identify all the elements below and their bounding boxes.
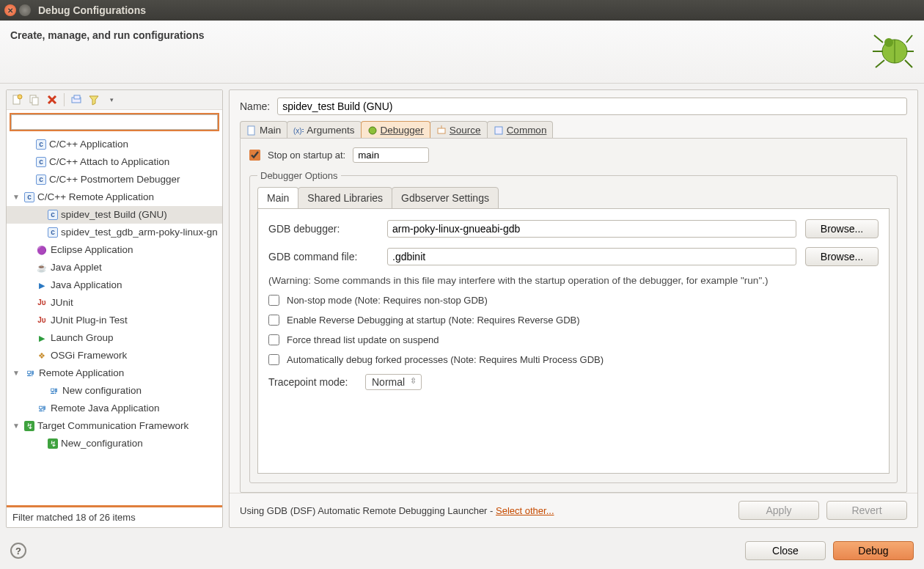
configurations-tree-panel: ▾ cC/C++ ApplicationcC/C++ Attach to App… bbox=[6, 89, 223, 528]
force-thread-checkbox[interactable] bbox=[268, 334, 279, 345]
args-icon: (x)= bbox=[293, 125, 304, 136]
dialog-content: ▾ cC/C++ ApplicationcC/C++ Attach to App… bbox=[0, 84, 924, 534]
tree-item[interactable]: JυJUnit Plug-in Test bbox=[7, 312, 222, 329]
tab-source[interactable]: Source bbox=[430, 121, 488, 138]
svg-rect-14 bbox=[495, 127, 502, 134]
window-minimize-button[interactable] bbox=[19, 4, 31, 16]
stop-on-startup-input[interactable] bbox=[353, 147, 429, 163]
gdb-browse-button[interactable]: Browse... bbox=[805, 219, 879, 238]
revert-button[interactable]: Revert bbox=[826, 501, 907, 520]
tree-item-label: Java Application bbox=[51, 278, 122, 293]
filter-config-icon[interactable] bbox=[88, 94, 100, 106]
collapse-all-icon[interactable] bbox=[70, 94, 82, 106]
svg-point-5 bbox=[18, 95, 22, 99]
filter-input[interactable] bbox=[11, 114, 218, 130]
bug-icon bbox=[870, 29, 914, 70]
tree-item-label: JUnit bbox=[51, 295, 73, 310]
tree-item-label: spidev_test Build (GNU) bbox=[61, 208, 167, 222]
tab-body-debugger: Stop on startup at: Debugger Options Mai… bbox=[240, 138, 907, 493]
dialog-heading: Create, manage, and run configurations bbox=[10, 29, 205, 41]
tree-item-label: C/C++ Postmortem Debugger bbox=[49, 172, 180, 187]
gdb-debugger-input[interactable] bbox=[387, 220, 796, 238]
tree-item-label: Remote Java Application bbox=[51, 401, 160, 416]
new-config-icon[interactable] bbox=[11, 94, 23, 106]
tree-item[interactable]: JυJUnit bbox=[7, 294, 222, 312]
configurations-tree[interactable]: cC/C++ ApplicationcC/C++ Attach to Appli… bbox=[7, 134, 222, 505]
tab-arguments[interactable]: (x)=Arguments bbox=[287, 121, 361, 138]
debugger-options-group: Debugger Options Main Shared Libraries G… bbox=[249, 170, 898, 483]
tree-item[interactable]: 🟣Eclipse Application bbox=[7, 241, 222, 259]
tree-item-label: JUnit Plug-in Test bbox=[51, 313, 128, 328]
window-close-button[interactable]: ✕ bbox=[4, 4, 16, 16]
tree-item[interactable]: 🖳New configuration bbox=[7, 382, 222, 400]
tree-item-label: C/C++ Attach to Application bbox=[49, 155, 169, 169]
gdb-warning-text: (Warning: Some commands in this file may… bbox=[268, 275, 879, 286]
cmdfile-browse-button[interactable]: Browse... bbox=[805, 247, 879, 266]
svg-point-2 bbox=[884, 38, 893, 47]
config-tabs: Main (x)=Arguments Debugger Source Commo… bbox=[230, 121, 917, 138]
svg-rect-13 bbox=[438, 128, 445, 133]
filter-status: Filter matched 18 of 26 items bbox=[7, 505, 222, 527]
reverse-label: Enable Reverse Debugging at startup (Not… bbox=[287, 315, 580, 326]
subtab-shared-libraries[interactable]: Shared Libraries bbox=[298, 187, 392, 209]
tree-item[interactable]: ↯New_configuration bbox=[7, 435, 222, 452]
gdb-cmdfile-label: GDB command file: bbox=[268, 251, 378, 263]
tracepoint-select[interactable]: Normal bbox=[365, 374, 422, 390]
titlebar: ✕ Debug Configurations bbox=[0, 0, 924, 21]
gdb-debugger-label: GDB debugger: bbox=[268, 223, 378, 235]
tree-item[interactable]: cspidev_test Build (GNU) bbox=[7, 206, 222, 224]
tree-item-label: Eclipse Application bbox=[51, 243, 133, 257]
tree-item[interactable]: ▼cC/C++ Remote Application bbox=[7, 188, 222, 206]
tree-item[interactable]: ▶Launch Group bbox=[7, 329, 222, 347]
config-panel: Name: Main (x)=Arguments Debugger Source… bbox=[229, 89, 918, 528]
subtab-gdbserver-settings[interactable]: Gdbserver Settings bbox=[392, 187, 499, 209]
tree-item-label: C/C++ Remote Application bbox=[37, 190, 154, 205]
svg-text:(x)=: (x)= bbox=[293, 127, 304, 135]
tab-common[interactable]: Common bbox=[487, 121, 554, 138]
tab-main[interactable]: Main bbox=[240, 121, 287, 138]
debugger-tab-icon bbox=[367, 125, 378, 136]
duplicate-config-icon[interactable] bbox=[29, 94, 40, 106]
auto-fork-checkbox[interactable] bbox=[268, 354, 279, 365]
tree-item-label: C/C++ Application bbox=[49, 137, 128, 152]
tree-item-label: OSGi Framework bbox=[51, 348, 127, 363]
help-button[interactable]: ? bbox=[10, 543, 26, 559]
dialog-button-bar: ? Close Debug bbox=[0, 534, 924, 569]
close-button[interactable]: Close bbox=[745, 541, 826, 560]
nonstop-checkbox[interactable] bbox=[268, 295, 279, 306]
common-icon bbox=[494, 125, 504, 136]
svg-rect-7 bbox=[32, 98, 38, 105]
apply-button[interactable]: Apply bbox=[738, 501, 819, 520]
auto-fork-label: Automatically debug forked processes (No… bbox=[287, 354, 604, 365]
tree-item[interactable]: ❖OSGi Framework bbox=[7, 347, 222, 364]
tree-item[interactable]: ▶Java Application bbox=[7, 276, 222, 294]
tree-item[interactable]: cC/C++ Postmortem Debugger bbox=[7, 171, 222, 188]
tree-item[interactable]: cC/C++ Attach to Application bbox=[7, 153, 222, 171]
tree-item[interactable]: ▼🖳Remote Application bbox=[7, 364, 222, 382]
tree-item-label: New_configuration bbox=[61, 436, 143, 451]
name-input[interactable] bbox=[277, 98, 907, 115]
tree-item-label: spidev_test_gdb_arm-poky-linux-gn bbox=[61, 225, 218, 240]
debug-button[interactable]: Debug bbox=[833, 541, 914, 560]
subtab-main[interactable]: Main bbox=[257, 187, 298, 209]
tree-item-label: New configuration bbox=[62, 383, 142, 398]
reverse-checkbox[interactable] bbox=[268, 315, 279, 326]
tree-item[interactable]: 🖳Remote Java Application bbox=[7, 400, 222, 417]
filter-dropdown-icon[interactable]: ▾ bbox=[106, 94, 117, 106]
gdb-cmdfile-input[interactable] bbox=[387, 248, 796, 265]
tree-item[interactable]: cspidev_test_gdb_arm-poky-linux-gn bbox=[7, 224, 222, 241]
doc-icon bbox=[246, 125, 257, 136]
tree-arrow-icon: ▼ bbox=[12, 366, 21, 381]
select-other-launcher-link[interactable]: Select other... bbox=[496, 505, 554, 516]
tab-debugger[interactable]: Debugger bbox=[361, 121, 430, 138]
tree-arrow-icon: ▼ bbox=[12, 419, 21, 433]
tree-item[interactable]: ▼↯Target Communication Framework bbox=[7, 417, 222, 435]
stop-on-startup-label: Stop on startup at: bbox=[268, 150, 345, 161]
launcher-prefix: Using GDB (DSF) Automatic Remote Debuggi… bbox=[240, 505, 496, 516]
tree-item-label: Target Communication Framework bbox=[37, 419, 188, 433]
stop-on-startup-checkbox[interactable] bbox=[249, 150, 260, 161]
tree-item[interactable]: ☕Java Applet bbox=[7, 259, 222, 276]
tree-arrow-icon: ▼ bbox=[12, 190, 21, 205]
tree-item[interactable]: cC/C++ Application bbox=[7, 136, 222, 153]
delete-config-icon[interactable] bbox=[46, 94, 58, 106]
